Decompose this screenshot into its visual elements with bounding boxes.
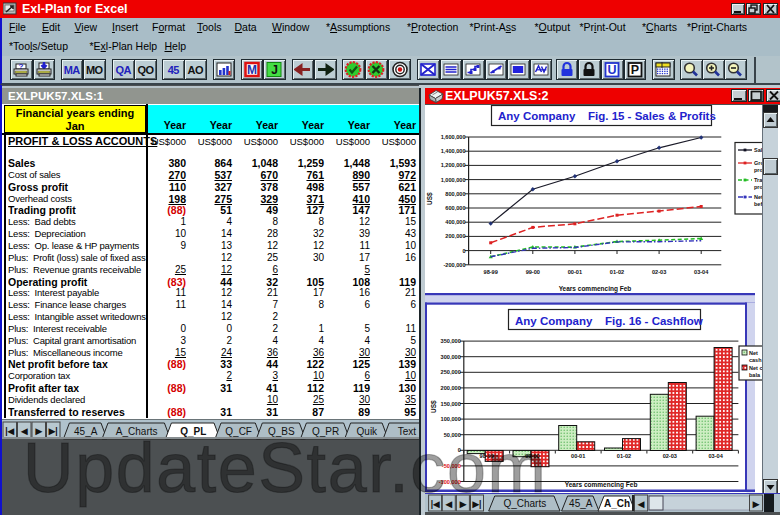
svg-text:1,600,000: 1,600,000: [441, 134, 466, 140]
svg-text:250,000: 250,000: [441, 369, 461, 375]
svg-text:US$: US$: [430, 400, 438, 413]
svg-text:J: J: [271, 63, 278, 77]
svg-text:Fig. 15 - Sales & Profits: Fig. 15 - Sales & Profits: [588, 110, 716, 122]
svg-text:Net c: Net c: [749, 365, 762, 371]
svg-text:00-01: 00-01: [571, 453, 585, 459]
svg-text:U: U: [608, 63, 617, 77]
svg-text:98-99: 98-99: [484, 269, 498, 275]
svg-text:Fig. 16 - Cashflow: Fig. 16 - Cashflow: [605, 315, 703, 327]
svg-text:bala: bala: [749, 372, 761, 378]
svg-text:100,000: 100,000: [441, 416, 461, 422]
svg-text:Any Company: Any Company: [498, 110, 576, 122]
svg-text:|◀: |◀: [5, 426, 14, 436]
svg-text:1,400,000: 1,400,000: [441, 148, 466, 154]
svg-text:Years commencing Feb: Years commencing Feb: [565, 481, 638, 489]
svg-text:US$: US$: [426, 192, 434, 205]
svg-text:200,000: 200,000: [441, 385, 461, 391]
svg-text:1,200,000: 1,200,000: [441, 162, 466, 168]
svg-text:1,000,000: 1,000,000: [441, 177, 466, 183]
svg-text:200,000: 200,000: [445, 233, 465, 239]
svg-text:▶: ▶: [752, 499, 760, 509]
svg-text:150,000: 150,000: [441, 401, 461, 407]
svg-text:800,000: 800,000: [445, 191, 465, 197]
svg-text:01-02: 01-02: [617, 453, 631, 459]
svg-text:-200,000: -200,000: [444, 262, 466, 268]
svg-text:600,000: 600,000: [445, 205, 465, 211]
svg-text:Years commencing Feb: Years commencing Feb: [559, 285, 632, 293]
svg-text:350,000: 350,000: [441, 338, 461, 344]
svg-text:0: 0: [462, 248, 465, 254]
svg-text:00-01: 00-01: [568, 269, 582, 275]
svg-text:02-03: 02-03: [663, 453, 677, 459]
svg-text:Any Company: Any Company: [515, 315, 593, 327]
svg-text:03-04: 03-04: [694, 269, 709, 275]
svg-text:03-04: 03-04: [708, 453, 723, 459]
svg-text:cash: cash: [749, 357, 762, 363]
svg-text:300,000: 300,000: [441, 354, 461, 360]
svg-text:A_Ch: A_Ch: [604, 498, 630, 509]
svg-text:45_A: 45_A: [569, 498, 593, 509]
svg-text:M: M: [247, 63, 257, 77]
svg-text:400,000: 400,000: [445, 219, 465, 225]
svg-text:99-00: 99-00: [526, 269, 540, 275]
svg-text:Net: Net: [749, 350, 758, 356]
svg-text:01-02: 01-02: [610, 269, 624, 275]
svg-text:P: P: [631, 63, 639, 77]
svg-text:◀: ◀: [637, 499, 645, 509]
svg-text:02-03: 02-03: [652, 269, 666, 275]
